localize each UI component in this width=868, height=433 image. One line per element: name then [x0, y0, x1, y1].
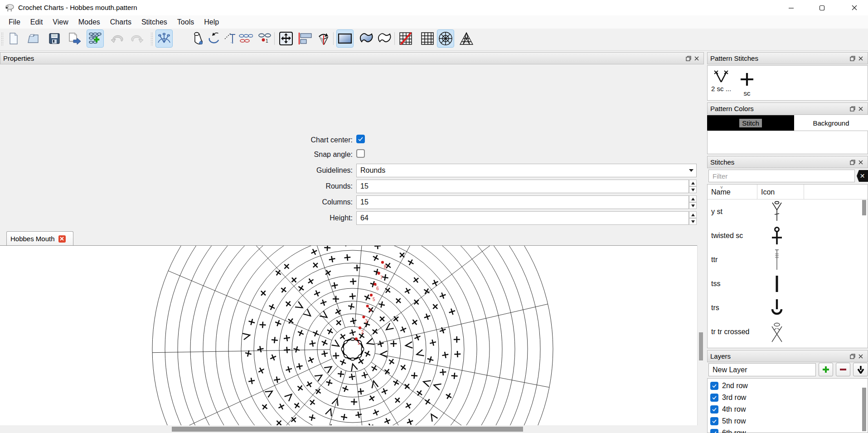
layer-row-3rd-row[interactable]: 3rd row — [708, 392, 868, 404]
table-row-ttr[interactable]: ttr — [708, 248, 868, 272]
tab-background-color[interactable]: Background — [794, 115, 868, 131]
scrollbar-handle[interactable] — [172, 427, 523, 432]
scrollbar-handle[interactable] — [699, 332, 703, 360]
canvas-horizontal-scrollbar[interactable] — [0, 425, 704, 433]
grid-triangle-button[interactable] — [458, 30, 475, 47]
rectangle-select-button[interactable] — [337, 30, 353, 47]
float-panel-icon[interactable] — [684, 54, 693, 63]
menu-view[interactable]: View — [48, 17, 73, 28]
redo-button[interactable] — [129, 30, 145, 47]
table-row-twisted-sc[interactable]: twisted sc — [708, 224, 868, 248]
float-panel-icon[interactable] — [849, 105, 857, 113]
undo-button[interactable] — [109, 30, 125, 47]
rounds-spinbox[interactable]: 15 — [356, 180, 689, 193]
guidelines-combobox[interactable]: Rounds — [356, 164, 697, 177]
rotation-mode-button[interactable] — [206, 30, 222, 47]
snap-angle-checkbox[interactable] — [356, 149, 365, 158]
layer-visible-checkbox[interactable] — [710, 382, 718, 390]
stitch-filter-input[interactable]: Filter — [708, 170, 855, 182]
table-row-tss[interactable]: tss — [708, 272, 868, 296]
layer-visible-checkbox[interactable] — [710, 394, 718, 402]
column-header-icon[interactable]: Icon — [757, 185, 804, 199]
float-panel-icon[interactable] — [849, 352, 857, 360]
menu-stitches[interactable]: Stitches — [136, 17, 172, 28]
grid-none-button[interactable] — [398, 30, 414, 47]
close-panel-icon[interactable] — [693, 54, 701, 63]
tab-hobbes-mouth[interactable]: Hobbes Mouth — [6, 231, 73, 246]
move-mode-button[interactable] — [278, 30, 294, 47]
export-file-button[interactable] — [67, 30, 83, 47]
menu-file[interactable]: File — [4, 17, 25, 28]
close-panel-icon[interactable] — [857, 158, 865, 166]
pattern-stitch-2-sc[interactable]: 2 sc ... — [711, 68, 731, 92]
tab-close-icon[interactable] — [58, 235, 66, 243]
float-panel-icon[interactable] — [849, 54, 857, 63]
lasso-select-button[interactable] — [358, 30, 374, 47]
toolbar-grip[interactable] — [1, 32, 4, 46]
angle-mode-button[interactable] — [222, 30, 238, 47]
spin-down-icon[interactable] — [689, 218, 697, 225]
height-spinbox[interactable]: 64 — [356, 211, 689, 225]
new-chart-button[interactable] — [87, 30, 103, 47]
columns-spinbox[interactable]: 15 — [356, 195, 689, 209]
toolbar-grip[interactable] — [150, 32, 153, 46]
close-panel-icon[interactable] — [857, 352, 865, 360]
clear-filter-icon[interactable]: ✕ — [857, 170, 868, 182]
remove-layer-button[interactable] — [836, 363, 850, 376]
table-row-trs[interactable]: trs — [708, 296, 868, 320]
table-row-y-st[interactable]: y st — [708, 199, 868, 224]
add-layer-button[interactable] — [819, 363, 833, 376]
align-mode-button[interactable] — [297, 30, 314, 47]
spin-up-icon[interactable] — [689, 195, 697, 202]
lasso-outline-button[interactable] — [376, 30, 393, 47]
close-panel-icon[interactable] — [857, 105, 865, 113]
spin-up-icon[interactable] — [689, 211, 697, 218]
column-header-name[interactable]: Name — [708, 185, 757, 199]
menu-charts[interactable]: Charts — [105, 17, 136, 28]
indicator-mode-button[interactable]: 1 — [257, 30, 273, 47]
menu-modes[interactable]: Modes — [73, 17, 105, 28]
maximize-button[interactable] — [811, 0, 832, 15]
spin-up-icon[interactable] — [689, 180, 697, 186]
table-row-tr[interactable]: tr — [708, 344, 868, 348]
layer-visible-checkbox[interactable] — [710, 417, 718, 425]
menu-tools[interactable]: Tools — [172, 17, 199, 28]
chart-center-checkbox[interactable] — [356, 135, 365, 143]
menu-help[interactable]: Help — [199, 17, 224, 28]
layer-row-5th-row[interactable]: 5th row — [708, 415, 868, 427]
scrollbar-handle[interactable] — [862, 200, 866, 215]
minimize-button[interactable] — [781, 0, 801, 15]
scrollbar-handle[interactable] — [862, 388, 866, 431]
mirror-rotate-button[interactable] — [316, 30, 332, 47]
stitches-scrollbar[interactable] — [861, 200, 867, 227]
layers-scrollbar[interactable] — [861, 388, 867, 433]
layer-visible-checkbox[interactable] — [710, 405, 718, 414]
stitch-chain-button[interactable] — [238, 30, 254, 47]
guidelines-label: Guidelines: — [217, 166, 353, 175]
chart-canvas[interactable]: 12345678 — [0, 245, 697, 425]
layer-row-4th-row[interactable]: 4th row — [708, 404, 868, 415]
close-button[interactable] — [844, 0, 865, 15]
stitch-mode-button[interactable] — [156, 30, 172, 47]
float-panel-icon[interactable] — [849, 158, 857, 166]
layer-row-6th-row[interactable]: 6th row — [708, 427, 868, 433]
spin-down-icon[interactable] — [689, 202, 697, 209]
dock-splitter[interactable] — [704, 51, 707, 433]
tab-stitch-color[interactable]: Stitch — [707, 115, 794, 131]
color-mode-button[interactable] — [189, 30, 206, 47]
menu-edit[interactable]: Edit — [25, 17, 48, 28]
grid-rounds-button[interactable] — [437, 30, 454, 47]
grid-rows-button[interactable] — [419, 30, 436, 47]
new-layer-input[interactable]: New Layer — [708, 363, 816, 376]
canvas-vertical-scrollbar[interactable] — [697, 245, 704, 425]
table-row-tr-tr-crossed[interactable]: tr tr crossed — [708, 320, 868, 344]
spin-down-icon[interactable] — [689, 186, 697, 193]
layer-row-2nd-row[interactable]: 2nd row — [708, 380, 868, 392]
open-file-button[interactable] — [26, 30, 42, 47]
layer-visible-checkbox[interactable] — [710, 429, 718, 433]
save-file-button[interactable] — [46, 30, 63, 47]
pattern-stitch-sc[interactable]: sc — [739, 71, 755, 97]
close-panel-icon[interactable] — [857, 54, 865, 63]
new-document-button[interactable] — [5, 30, 22, 47]
merge-layer-down-button[interactable] — [853, 363, 868, 376]
